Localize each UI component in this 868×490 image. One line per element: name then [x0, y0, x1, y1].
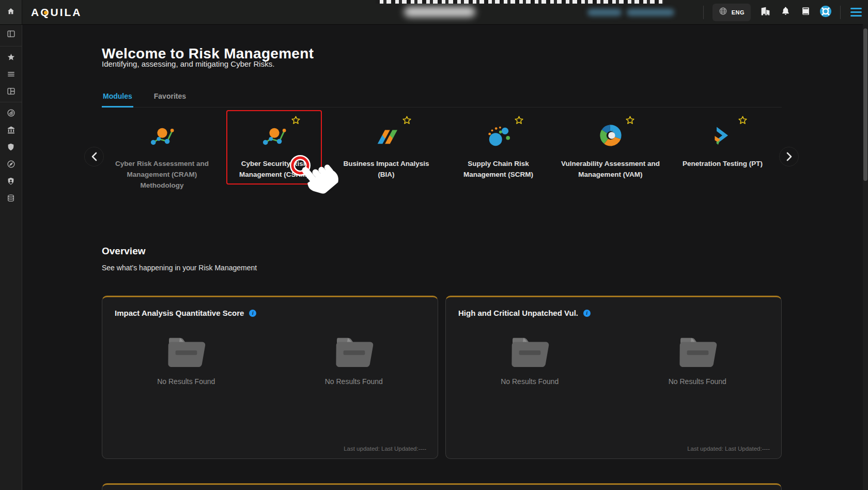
modules-carousel: Cyber Risk Assessment and Management (CR… [106, 110, 779, 191]
brand-text: A [31, 6, 40, 19]
tab-favorites[interactable]: Favorites [153, 89, 187, 107]
module-icon [710, 124, 735, 149]
overview-card-body: No Results Found No Results Found [102, 335, 438, 386]
brand-logo: AQUILA [31, 0, 82, 24]
module-icon [260, 124, 288, 149]
panel-toggle-icon [7, 29, 16, 40]
module-name: Penetration Testing (PT) [683, 159, 763, 170]
home-icon [7, 7, 15, 18]
menu-lines-icon [7, 70, 16, 81]
empty-results-placeholder: No Results Found [297, 335, 411, 386]
sidebar-separator [0, 46, 22, 47]
module-icon [374, 124, 399, 149]
sidebar-item-menu-lines[interactable] [0, 67, 22, 84]
redacted-page-context [404, 7, 475, 17]
building-icon [760, 6, 771, 19]
overview-cards-row: Impact Analysis Quantitative Score i No … [102, 296, 782, 459]
no-results-label: No Results Found [669, 377, 726, 386]
globe-icon [719, 7, 727, 18]
empty-results-placeholder: No Results Found [473, 335, 586, 386]
screenshot-edge-artifact [376, 0, 664, 4]
redacted-action-blur[interactable] [627, 9, 674, 16]
brand-q: Q [40, 6, 50, 19]
language-code: ENG [732, 9, 745, 16]
folder-icon [507, 335, 552, 369]
favorite-star-icon[interactable] [625, 115, 635, 127]
favorite-star-icon[interactable] [738, 115, 748, 127]
carousel-prev-button[interactable] [84, 147, 104, 166]
no-results-label: No Results Found [501, 377, 559, 386]
page-subtitle: Identifying, assessing, and mitigating C… [102, 59, 274, 68]
redacted-action-blur[interactable] [587, 9, 622, 16]
sidebar-item-bank[interactable] [0, 122, 22, 140]
overview-card: Impact Analysis Quantitative Score i No … [102, 296, 438, 459]
module-card[interactable]: Business Impact Analysis (BIA) [330, 110, 442, 191]
tab-modules[interactable]: Modules [102, 89, 133, 108]
sidebar-separator [0, 102, 22, 102]
folder-icon [675, 335, 720, 369]
topbar-actions: ENG [703, 0, 863, 24]
module-icon [148, 124, 176, 149]
module-name: Supply Chain Risk Management (SCRM) [447, 159, 550, 180]
module-card[interactable]: Cyber Security Risk Management (CSRM) [218, 110, 330, 191]
no-results-label: No Results Found [325, 377, 383, 386]
user-shield-icon [7, 177, 15, 188]
last-updated-label: Last updated: Last Updated:---- [687, 446, 770, 452]
database-icon [7, 194, 15, 205]
sidebar-item-gauge[interactable] [0, 105, 22, 122]
sidebar-item-star[interactable] [0, 50, 22, 67]
info-icon[interactable]: i [249, 310, 256, 317]
vertical-scrollbar [863, 24, 868, 490]
bell-icon [781, 6, 791, 18]
folder-icon [332, 335, 376, 369]
bank-icon [7, 126, 16, 136]
module-icon [486, 124, 512, 149]
overview-card: High and Critical Unpatched Vul. i No Re… [445, 296, 782, 459]
empty-results-placeholder: No Results Found [129, 335, 243, 386]
module-card[interactable]: Penetration Testing (PT) [667, 110, 779, 191]
overview-subtitle: See what’s happening in your Risk Manage… [102, 264, 257, 272]
module-icon [599, 124, 623, 149]
knowledge-base-button[interactable] [800, 7, 811, 18]
sidebar-item-user-shield[interactable] [0, 174, 22, 191]
favorite-star-icon[interactable] [291, 115, 301, 127]
home-button[interactable] [0, 0, 22, 24]
organization-button[interactable] [760, 7, 771, 18]
left-sidebar [0, 24, 22, 490]
no-results-label: No Results Found [157, 377, 215, 386]
star-icon [7, 53, 16, 64]
top-bar: AQUILA ENG [0, 0, 868, 25]
notifications-button[interactable] [780, 7, 791, 18]
hamburger-menu-icon[interactable] [849, 6, 863, 19]
module-card[interactable]: Vulnerability Assessment and Management … [554, 110, 667, 191]
book-icon [801, 6, 811, 18]
sidebar-item-layout-grid[interactable] [0, 84, 22, 101]
brand-text: UILA [51, 6, 82, 19]
overview-card-title: High and Critical Unpatched Vul. [458, 309, 578, 317]
empty-results-placeholder: No Results Found [641, 335, 754, 386]
language-selector[interactable]: ENG [712, 4, 751, 21]
module-name: Cyber Risk Assessment and Management (CR… [111, 159, 214, 191]
sidebar-item-shield[interactable] [0, 140, 22, 157]
overview-card-title: Impact Analysis Quantitative Score [115, 309, 244, 317]
main-content: Welcome to Risk Management Identifying, … [22, 24, 868, 490]
module-name: Cyber Security Risk Management (CSRM) [223, 159, 326, 180]
module-card[interactable]: Supply Chain Risk Management (SCRM) [442, 110, 554, 191]
last-updated-label: Last updated: Last Updated:---- [344, 446, 426, 452]
module-tabs: Modules Favorites [102, 89, 782, 108]
module-card[interactable]: Cyber Risk Assessment and Management (CR… [106, 110, 218, 191]
sidebar-item-database[interactable] [0, 191, 22, 208]
sidebar-item-compass[interactable] [0, 157, 22, 174]
carousel-next-button[interactable] [779, 147, 799, 166]
module-name: Vulnerability Assessment and Management … [559, 159, 662, 180]
overview-card-body: No Results Found No Results Found [446, 335, 781, 386]
favorite-star-icon[interactable] [514, 115, 524, 127]
overview-title: Overview [102, 246, 146, 257]
help-button[interactable] [820, 7, 831, 18]
info-icon[interactable]: i [583, 310, 591, 317]
divider [703, 6, 704, 19]
favorite-star-icon[interactable] [402, 115, 412, 127]
scrollbar-thumb[interactable] [863, 28, 867, 181]
folder-icon [164, 335, 208, 369]
sidebar-item-panel-toggle[interactable] [0, 24, 22, 45]
